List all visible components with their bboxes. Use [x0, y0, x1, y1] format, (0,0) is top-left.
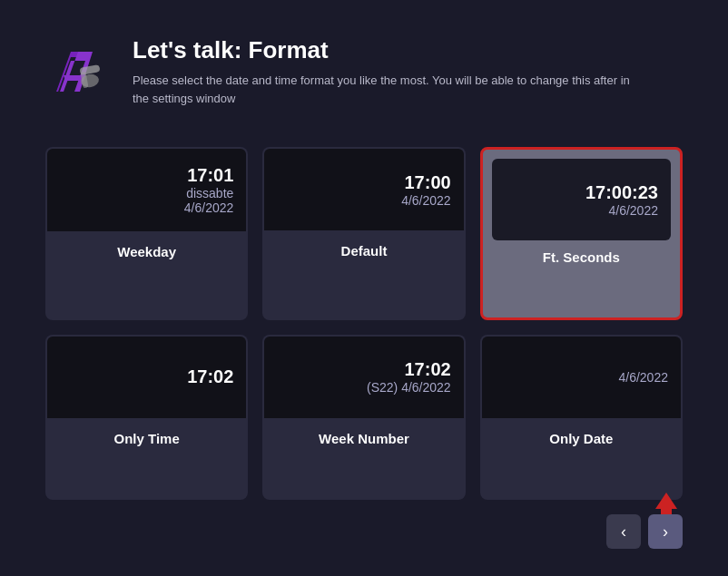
page-description: Please select the date and time format y…	[133, 72, 641, 107]
svg-marker-6	[655, 493, 677, 514]
arrow-indicator	[650, 487, 683, 523]
card-label: Only Date	[549, 431, 613, 446]
card-label: Ft. Seconds	[543, 249, 620, 265]
format-card-weekday[interactable]: 17:01dissabte4/6/2022Weekday	[45, 147, 248, 320]
card-preview-default: 17:004/6/2022	[264, 149, 463, 230]
card-preview-week-number: 17:02(S22) 4/6/2022	[264, 337, 463, 418]
prev-button[interactable]: ‹	[606, 514, 641, 549]
format-card-ft-seconds[interactable]: 17:00:234/6/2022Ft. Seconds	[480, 147, 683, 320]
preview-time: 17:00	[405, 172, 451, 193]
header: Let's talk: Format Please select the dat…	[45, 36, 683, 107]
card-preview-only-time: 17:02	[47, 337, 246, 418]
format-card-week-number[interactable]: 17:02(S22) 4/6/2022Week Number	[262, 335, 465, 501]
preview-line3: 4/6/2022	[401, 193, 451, 208]
card-label: Default	[341, 243, 388, 259]
preview-time: 17:02	[187, 366, 233, 387]
format-card-only-time[interactable]: 17:02Only Time	[45, 335, 248, 501]
card-label: Weekday	[117, 244, 176, 259]
bottom-bar: ‹ ›	[45, 514, 683, 549]
logo	[45, 39, 111, 104]
preview-line3: 4/6/2022	[184, 200, 234, 215]
preview-line2: 4/6/2022	[618, 370, 668, 385]
format-card-only-date[interactable]: 4/6/2022Only Date	[480, 335, 683, 501]
prev-icon: ‹	[621, 522, 626, 542]
header-text: Let's talk: Format Please select the dat…	[133, 36, 641, 107]
preview-time: 17:00:23	[585, 182, 658, 203]
card-preview-weekday: 17:01dissabte4/6/2022	[47, 149, 246, 231]
page: Let's talk: Format Please select the dat…	[0, 0, 728, 576]
preview-time: 17:01	[187, 165, 233, 186]
preview-line2: dissabte	[186, 186, 233, 200]
format-card-default[interactable]: 17:004/6/2022Default	[262, 147, 465, 320]
preview-time: 17:02	[405, 359, 451, 380]
card-preview-ft-seconds: 17:00:234/6/2022	[492, 159, 671, 240]
card-preview-only-date: 4/6/2022	[482, 337, 681, 418]
card-label: Only Time	[114, 431, 180, 446]
card-label: Week Number	[319, 431, 409, 446]
preview-line2: (S22) 4/6/2022	[367, 380, 451, 395]
format-grid: 17:01dissabte4/6/2022Weekday17:004/6/202…	[45, 147, 683, 500]
page-title: Let's talk: Format	[133, 36, 641, 64]
preview-line3: 4/6/2022	[608, 203, 658, 218]
next-icon: ›	[663, 522, 668, 542]
